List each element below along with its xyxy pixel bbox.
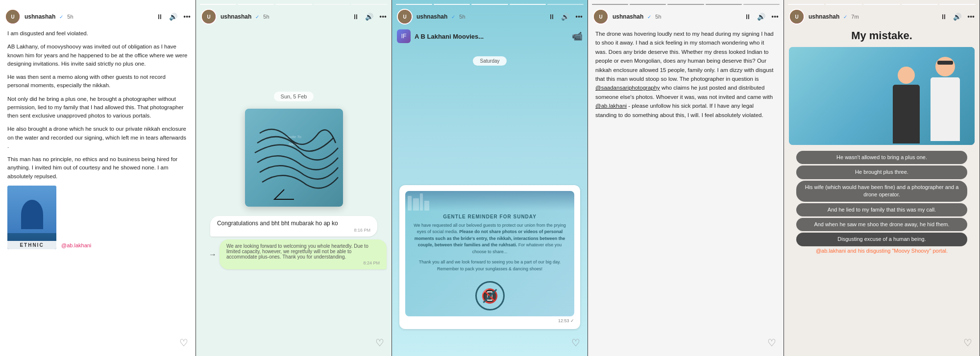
date-pill-container: Saturday bbox=[397, 51, 583, 71]
more-icon-2[interactable]: ••• bbox=[379, 13, 387, 21]
pb-done bbox=[863, 4, 900, 5]
text-bubble-2: He brought plus three. bbox=[796, 166, 967, 179]
photographer-link[interactable]: @saadansariphotography bbox=[595, 85, 660, 91]
story-controls-2: ⏸ 🔊 ••• bbox=[352, 13, 387, 21]
story-panel-3[interactable]: U ushnashah ✓ 5h ⏸ 🔊 ••• IF A B Lakhani … bbox=[392, 0, 588, 356]
reminder-title: GENTLE REMINDER FOR SUNDAY bbox=[411, 214, 568, 219]
story-text-1: I am disgusted and feel violated. bbox=[7, 29, 188, 38]
header-left-3: U ushnashah ✓ 5h bbox=[397, 9, 466, 24]
story-panel-5[interactable]: U ushnashah ✓ 7m ⏸ 🔊 ••• My mistake. bbox=[784, 0, 980, 356]
person-2 bbox=[889, 67, 923, 145]
pause-icon-2[interactable]: ⏸ bbox=[352, 13, 359, 21]
reply-row: → We are looking forward to welcoming yo… bbox=[201, 239, 387, 269]
story-text-6: This man has no principle, no ethics and… bbox=[7, 155, 188, 181]
like-heart-4[interactable]: ♡ bbox=[767, 337, 776, 349]
video-icon[interactable]: 📹 bbox=[572, 31, 583, 42]
mention-tag-1[interactable]: @ab.lakhani bbox=[61, 242, 91, 248]
avatar-inner-4: U bbox=[594, 10, 608, 24]
verified-icon-4: ✓ bbox=[647, 14, 651, 20]
congrats-text: Congratulations and bht bht mubarak ho a… bbox=[217, 220, 370, 227]
avatar-2: U bbox=[201, 9, 217, 24]
time-2: 5h bbox=[263, 14, 269, 20]
story-2-body: Sun, 5 Feb Invite To Nikkah C bbox=[196, 29, 392, 332]
mute-icon[interactable]: 🔊 bbox=[169, 13, 177, 21]
ethnic-label: ETHNIC bbox=[7, 241, 56, 249]
pb-done bbox=[238, 4, 274, 5]
more-icon[interactable]: ••• bbox=[183, 13, 191, 21]
like-heart-3[interactable]: ♡ bbox=[571, 337, 580, 349]
pb-inactive bbox=[314, 4, 350, 5]
pb-done bbox=[788, 4, 824, 5]
story-header-4: U ushnashah ✓ 5h ⏸ 🔊 ••• bbox=[593, 9, 779, 24]
like-heart-2[interactable]: ♡ bbox=[375, 337, 384, 349]
pb-active bbox=[275, 4, 312, 5]
mute-icon-3[interactable]: 🔊 bbox=[561, 13, 569, 21]
more-icon-3[interactable]: ••• bbox=[575, 13, 583, 21]
time-3: 5h bbox=[459, 14, 465, 20]
like-heart-1[interactable]: ♡ bbox=[179, 337, 188, 349]
person-1 bbox=[926, 57, 965, 145]
story-header-5: U ushnashah ✓ 7m ⏸ 🔊 ••• bbox=[789, 9, 975, 24]
story-5-title: My mistake. bbox=[789, 29, 975, 42]
avatar-4: U bbox=[593, 9, 609, 24]
story-1-body: I am disgusted and feel violated. AB Lak… bbox=[7, 29, 188, 332]
story-4-text-1: The drone was hovering loudly next to my… bbox=[595, 29, 776, 119]
more-icon-5[interactable]: ••• bbox=[967, 13, 975, 21]
time-4: 5h bbox=[655, 14, 661, 20]
avatar-5: U bbox=[789, 9, 805, 24]
date-bubble: Sun, 5 Feb bbox=[274, 92, 314, 101]
story-text-3: He was then sent a memo along with other… bbox=[7, 73, 188, 90]
story-panel-2[interactable]: U ushnashah ✓ 5h ⏸ 🔊 ••• Sun, 5 Feb Invi… bbox=[196, 0, 392, 356]
scribble-svg: Invite To Nikkah bbox=[245, 109, 343, 207]
no-phone-container: 📵 bbox=[411, 277, 568, 310]
like-row-5: ♡ bbox=[963, 337, 972, 349]
mention-orange[interactable]: @ab.lakhani and his disgusting "Moovy Sh… bbox=[789, 248, 975, 254]
pb-done bbox=[471, 4, 508, 5]
story-text-2: AB Lakhany, of moovyshoovy was invited o… bbox=[7, 43, 188, 68]
date-pill: Saturday bbox=[473, 56, 506, 66]
progress-bars-2 bbox=[200, 4, 388, 5]
chat-time-2: 8:24 PM bbox=[226, 261, 380, 265]
text-bubble-4: And he lied to my family that this was m… bbox=[796, 203, 967, 216]
header-left: U ushnashah ✓ 5h bbox=[5, 9, 74, 24]
mute-icon-4[interactable]: 🔊 bbox=[757, 13, 765, 21]
mute-icon-2[interactable]: 🔊 bbox=[365, 13, 373, 21]
pb-inactive bbox=[743, 4, 780, 5]
pb-done bbox=[667, 4, 704, 5]
forward-icon: → bbox=[209, 250, 217, 259]
text-bubble-1: He wasn't allowed to bring a plus one. bbox=[796, 151, 967, 164]
progress-bar-done bbox=[4, 4, 40, 5]
avatar-inner: U bbox=[6, 10, 20, 24]
story-controls-1: ⏸ 🔊 ••• bbox=[156, 13, 191, 21]
pause-icon-4[interactable]: ⏸ bbox=[744, 13, 751, 21]
like-heart-5[interactable]: ♡ bbox=[963, 337, 972, 349]
story-controls-5: ⏸ 🔊 ••• bbox=[940, 13, 975, 21]
pause-icon-5[interactable]: ⏸ bbox=[940, 13, 947, 21]
more-icon-4[interactable]: ••• bbox=[771, 13, 779, 21]
progress-bar-inactive bbox=[79, 4, 116, 5]
verified-icon-2: ✓ bbox=[255, 14, 259, 20]
reminder-body-2: Thank you all and we look forward to see… bbox=[411, 259, 568, 272]
pb-active bbox=[510, 4, 546, 5]
like-row-2: ♡ bbox=[375, 337, 384, 349]
pause-icon-3[interactable]: ⏸ bbox=[548, 13, 555, 21]
like-row-4: ♡ bbox=[767, 337, 776, 349]
username-4: ushnashah bbox=[612, 13, 643, 20]
username-3: ushnashah bbox=[416, 13, 447, 20]
chat-name-title: A B Lakhani Moovies... bbox=[415, 33, 568, 40]
verified-icon-3: ✓ bbox=[451, 14, 455, 20]
invitation-card: Invite To Nikkah bbox=[245, 109, 343, 207]
text-bubble-6: Disgusting excuse of a human being. bbox=[796, 233, 967, 246]
ablakhani-link-4[interactable]: @ab.lakhani bbox=[595, 103, 627, 109]
story-4-body: The drone was hovering loudly next to my… bbox=[595, 29, 776, 332]
story-panel-4[interactable]: U ushnashah ✓ 5h ⏸ 🔊 ••• The drone was h… bbox=[588, 0, 784, 356]
mute-icon-5[interactable]: 🔊 bbox=[953, 13, 961, 21]
reminder-inner: GENTLE REMINDER FOR SUNDAY We have reque… bbox=[405, 191, 574, 317]
pb-done bbox=[592, 4, 628, 5]
pause-icon[interactable]: ⏸ bbox=[156, 13, 163, 21]
reminder-content: GENTLE REMINDER FOR SUNDAY We have reque… bbox=[411, 214, 568, 311]
verified-icon-1: ✓ bbox=[59, 14, 63, 20]
progress-bar-inactive bbox=[155, 4, 192, 5]
reminder-card: GENTLE REMINDER FOR SUNDAY We have reque… bbox=[399, 185, 580, 330]
story-panel-1[interactable]: U ushnashah ✓ 5h ⏸ 🔊 ••• I am disgusted … bbox=[0, 0, 196, 356]
